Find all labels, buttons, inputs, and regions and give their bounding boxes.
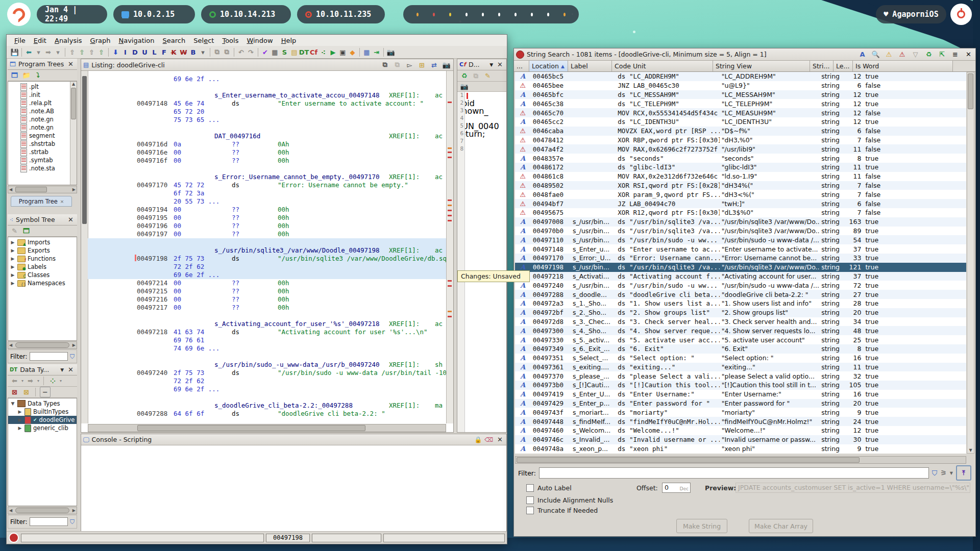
table-row[interactable]: A00497170s_Error:_U...ds "Error: Usernam… (515, 254, 966, 263)
filter-options-icon[interactable]: ⛉ (70, 354, 75, 360)
filter-settings-icon[interactable]: ⚞ (940, 469, 947, 477)
undo-icon[interactable]: ↶ (236, 47, 246, 57)
listing-data-line[interactable]: 0049716d0a??0Ah (88, 140, 446, 148)
table-row[interactable]: A00497288s_doodle...ds "doodleGrive cli … (515, 290, 966, 299)
listing-data-line[interactable]: 0049719400??00h (88, 206, 446, 214)
menu-graph[interactable]: Graph (87, 36, 114, 45)
listing-label-line[interactable]: s_/usr/bin/sqlite3_/var/www/Doodle_00497… (88, 246, 446, 255)
table-row[interactable]: ⚠0048fae0XOR param_9,qword ptr FS..."dH3… (515, 190, 966, 199)
ascii-filter-icon[interactable]: A (857, 49, 867, 59)
table-row[interactable]: A0049743fs_moriart...ds "moriarty""moria… (515, 408, 966, 417)
listing-label-line[interactable]: s_doodleGrive_cli_beta-2.2:_00497288XREF… (88, 402, 446, 410)
disasm2-icon[interactable]: ⧉ (222, 47, 232, 57)
symbol-tree-item-exports[interactable]: ▶Exports (8, 246, 77, 255)
listing-line[interactable]: 72 2f 62 (88, 263, 446, 271)
table-hscrollbar[interactable] (515, 456, 966, 464)
program-tree-item[interactable]: .note.sta (8, 164, 77, 172)
listing-line[interactable]: 20 55 73 ... (88, 197, 446, 206)
table-row[interactable]: A00497370s_please_...ds "please Select a… (515, 371, 966, 381)
close-icon[interactable]: ✕ (496, 436, 504, 443)
menu-help[interactable]: Help (278, 36, 300, 45)
table-row[interactable]: ⚠00478412XOR RBP,qword ptr FS:[0x30]"dH3… (515, 136, 966, 145)
symbol-tree-item-functions[interactable]: ▶fFunctions (8, 255, 77, 263)
memory-up4-icon[interactable]: ⇧ (96, 47, 106, 57)
back-icon[interactable]: ⬅ (10, 376, 19, 386)
listing-line[interactable] (88, 312, 446, 320)
table-row[interactable]: ⚠00489502XOR RSI,qword ptr FS:[0x28]"dH3… (515, 181, 966, 190)
close-icon[interactable]: ✕ (66, 216, 75, 223)
data-types-header[interactable]: DT Data Ty... ▼ ✕ (8, 364, 77, 375)
make-char-array-button[interactable]: Make Char Array (749, 519, 813, 533)
data-type-item-doodlegrive[interactable]: ▶✔doodleGrive (8, 416, 77, 424)
workspace-dot-4[interactable] (465, 13, 468, 16)
decompile-code[interactable]: 12345678 void known_{ FUN_0040 return;} (457, 92, 506, 432)
datatypes-filter-input[interactable] (30, 517, 68, 526)
data-D-icon[interactable]: D (130, 47, 140, 57)
table-row[interactable]: A00497429s_Enter_p...ds "Enter password … (515, 399, 966, 408)
string-search-titlebar[interactable]: String Search - 1081 items - [doodleGriv… (514, 48, 975, 61)
program-tree-item[interactable]: .note.gn (8, 115, 77, 123)
listing-overview-margin[interactable] (446, 71, 453, 423)
byte-menu-icon[interactable]: ▾ (198, 47, 208, 57)
listing-line[interactable]: 72 2f 62 (88, 377, 446, 385)
close-icon[interactable]: ✕ (496, 61, 504, 68)
expand-arrow-icon[interactable]: ▶ (10, 256, 15, 261)
down-arrow-icon[interactable]: ⬇ (111, 47, 120, 57)
menu-file[interactable]: File (11, 36, 29, 45)
scroll-lock-icon[interactable]: 🔒 (474, 437, 482, 443)
listing-data-line[interactable]: 0049721400??00h (88, 279, 446, 287)
table-row[interactable]: A004972a3s_1._Sho...ds "1. Show users li… (515, 299, 966, 308)
expand-arrow-icon[interactable]: ▶ (10, 272, 15, 278)
save-icon[interactable]: 💾 (10, 47, 19, 57)
workspace-dot-2[interactable] (433, 13, 435, 16)
clock-widget[interactable]: Jan 4 | 22:49 (37, 5, 107, 23)
table-vscrollbar[interactable]: ▼ (967, 72, 974, 454)
listing-data-line[interactable]: 0049714845 6e 74ds"Enter username to act… (88, 99, 446, 108)
expand-icon[interactable]: ⤵ (33, 70, 43, 80)
make-string-button[interactable]: Make String (676, 519, 727, 533)
expand-arrow-icon[interactable]: ▶ (10, 264, 15, 269)
listing-label-line[interactable]: s_Activating_account_for_user_'%s'_00497… (88, 320, 446, 328)
symbol-tree-item-imports[interactable]: ▶▲Imports (8, 238, 77, 246)
refresh-icon[interactable]: ♻ (924, 49, 934, 59)
notes-icon[interactable]: ▤ (289, 47, 299, 57)
column-header-label[interactable]: Label (568, 61, 612, 71)
column-header-code-unit[interactable]: Code Unit (612, 61, 713, 71)
menu-navigation[interactable]: Navigation (115, 36, 158, 45)
program-tree-item[interactable]: segment (8, 132, 77, 140)
undef-U-icon[interactable]: U (140, 47, 150, 57)
table-row[interactable]: A00465cc2ds "LC_IDENTH3U""LC_IDENTH3U"st… (515, 117, 966, 127)
menu-select[interactable]: Select (190, 36, 217, 45)
table-row[interactable]: A0049748as_xeon_p...ds "xeon phi""xeon p… (515, 444, 966, 454)
workspace-dot-3[interactable] (449, 13, 451, 16)
table-row[interactable]: A004970b0s_/usr/bin...ds "/usr/bin/sqlit… (515, 227, 966, 236)
close-icon[interactable]: ✕ (66, 366, 75, 373)
program-tree-item[interactable]: .symtab (8, 156, 77, 164)
listing-data-line[interactable]: 0049719700??00h (88, 230, 446, 238)
close-icon[interactable]: ✕ (964, 49, 973, 59)
menu-tools[interactable]: Tools (218, 36, 242, 45)
workspace-dot-5[interactable] (482, 13, 484, 16)
forward-icon[interactable]: ➡ (26, 376, 35, 386)
listing-line[interactable]: 6f 72 3a (88, 189, 446, 197)
symbol-tree-header[interactable]: ⁖ Symbol Tree ✕ (8, 214, 77, 226)
diff-view-icon[interactable]: ⇄ (429, 60, 439, 70)
listing-line[interactable]: 69 6e 2f ... (88, 271, 446, 279)
memory-up2-icon[interactable]: ⇧ (77, 47, 87, 57)
workspace-dot-9[interactable] (547, 13, 549, 16)
script-icon[interactable]: S (280, 47, 289, 57)
table-icon[interactable]: ▦ (362, 47, 372, 57)
table-row[interactable]: ⚠00465c70MOV RCX,0x555341454d5f434c"LC_M… (515, 108, 966, 117)
forward-menu-icon[interactable]: ▾ (53, 47, 63, 57)
export-table-icon[interactable]: ⇥ (372, 47, 381, 57)
listing-data-line[interactable]: 0049719600??00h (88, 222, 446, 230)
workspace-dot-8[interactable] (531, 13, 533, 16)
listing-line[interactable]: 74 69 6e ... (88, 344, 446, 353)
table-row[interactable]: A0049746cs_Invalid_...ds "Invalid userna… (515, 435, 966, 444)
listing-label-line[interactable]: s_Error:_Username_cannot_be_empty._00497… (88, 173, 446, 181)
snapshot-icon[interactable]: 📷 (459, 82, 469, 91)
table-header-row[interactable]: ...Location ▲LabelCode UnitString ViewSt… (514, 61, 975, 72)
instr-I-icon[interactable]: I (120, 47, 130, 57)
make-selection-icon[interactable]: ⇱ (937, 49, 947, 59)
datatype-icon[interactable]: DT (299, 47, 309, 57)
